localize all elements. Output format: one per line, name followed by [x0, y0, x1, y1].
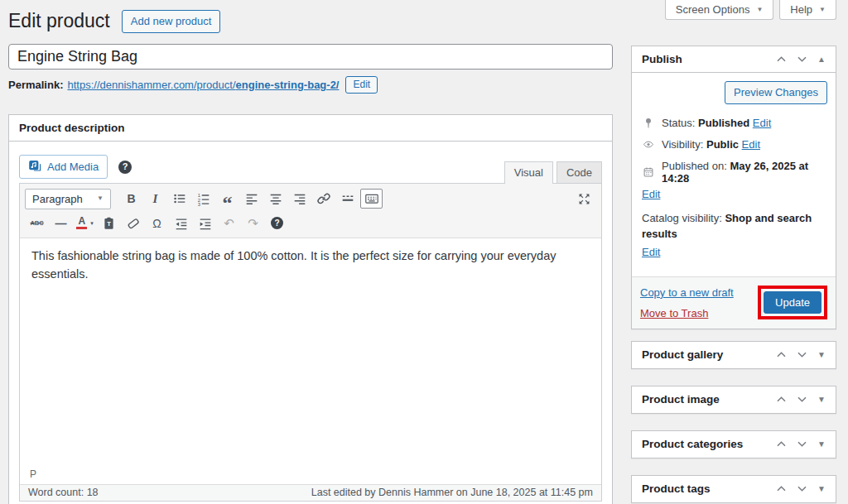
help-label: Help	[790, 3, 812, 16]
expand-toggle-icon[interactable]: ▼	[817, 351, 826, 359]
move-down-icon[interactable]	[797, 482, 807, 495]
special-character-button[interactable]: Ω	[146, 214, 168, 233]
move-down-icon[interactable]	[797, 53, 807, 65]
svg-text:T: T	[107, 221, 111, 228]
page-title: Edit product	[8, 10, 110, 33]
product-tags-panel: Product tags ▼	[631, 475, 836, 503]
expand-toggle-icon[interactable]: ▼	[817, 485, 826, 493]
outdent-button[interactable]	[170, 214, 192, 233]
preview-changes-button[interactable]: Preview Changes	[725, 81, 827, 104]
chevron-down-icon: ▼	[97, 195, 104, 202]
add-media-label: Add Media	[47, 161, 99, 173]
visibility-row: Visibility: Public Edit	[642, 138, 826, 151]
expand-toggle-icon[interactable]: ▼	[817, 440, 826, 449]
visibility-value: Public	[706, 138, 739, 151]
product-categories-title: Product categories	[642, 438, 743, 450]
editor-statusbar: Word count: 18 Last edited by Dennis Ham…	[20, 484, 601, 501]
align-center-button[interactable]	[264, 189, 287, 209]
publish-header[interactable]: Publish ▲	[632, 46, 836, 73]
visibility-edit-link[interactable]: Edit	[742, 138, 760, 151]
product-gallery-header[interactable]: Product gallery ▼	[632, 342, 836, 368]
undo-button[interactable]: ↶	[218, 214, 240, 233]
permalink-link[interactable]: https://dennishammer.com/product/engine-…	[67, 79, 339, 91]
update-button[interactable]: Update	[764, 291, 822, 314]
horizontal-rule-button[interactable]: —	[50, 214, 72, 233]
product-tags-header[interactable]: Product tags ▼	[632, 476, 836, 502]
publishing-actions: Copy to a new draft Move to Trash Update	[632, 276, 836, 329]
sidebar: Publish ▲ Preview Changes Status: Publis…	[631, 46, 836, 504]
move-up-icon[interactable]	[776, 53, 787, 65]
move-up-icon[interactable]	[776, 482, 787, 495]
product-image-panel: Product image ▼	[631, 386, 836, 414]
collapse-toggle-icon[interactable]: ▲	[817, 55, 826, 64]
product-gallery-panel: Product gallery ▼	[631, 341, 836, 369]
chevron-down-icon: ▼	[756, 7, 763, 13]
published-on-edit-link[interactable]: Edit	[642, 188, 660, 200]
word-count: Word count: 18	[28, 487, 99, 498]
paste-as-text-button[interactable]: T	[98, 214, 120, 233]
text-color-button[interactable]: A▾	[74, 214, 96, 233]
product-description-title: Product description	[19, 122, 125, 134]
move-up-icon[interactable]	[776, 348, 787, 361]
read-more-button[interactable]	[336, 189, 359, 209]
product-image-header[interactable]: Product image ▼	[632, 386, 836, 413]
permalink-row: Permalink: https://dennishammer.com/prod…	[8, 76, 613, 94]
add-new-product-button[interactable]: Add new product	[122, 10, 221, 33]
help-button[interactable]: ?	[266, 214, 288, 233]
product-image-title: Product image	[642, 393, 720, 406]
redo-button[interactable]: ↷	[242, 214, 264, 233]
chevron-down-icon: ▼	[819, 7, 826, 13]
align-right-button[interactable]	[288, 189, 311, 209]
add-media-button[interactable]: Add Media	[19, 155, 108, 179]
move-to-trash-link[interactable]: Move to Trash	[640, 307, 734, 319]
help-button[interactable]: Help ▼	[779, 0, 836, 20]
editor-content-area[interactable]: This fashionable string bag is made of 1…	[20, 238, 601, 468]
editor-toolbar: Paragraph ▼ BI123“ ABC—A▾TΩ↶↷?	[20, 184, 601, 238]
blockquote-button[interactable]: “	[216, 189, 238, 209]
copy-to-draft-link[interactable]: Copy to a new draft	[640, 286, 734, 299]
expand-toggle-icon[interactable]: ▼	[817, 396, 826, 404]
distraction-free-button[interactable]	[573, 189, 595, 209]
numbered-list-button[interactable]: 123	[192, 189, 214, 209]
permalink-slug: engine-string-bag-2/	[236, 79, 340, 91]
product-description-text: This fashionable string bag is made of 1…	[31, 249, 556, 281]
annotation-highlight-box: Update	[758, 286, 827, 319]
last-edited-note: Last edited by Dennis Hammer on June 18,…	[311, 487, 593, 498]
indent-button[interactable]	[194, 214, 216, 233]
align-left-button[interactable]	[240, 189, 263, 209]
status-edit-link[interactable]: Edit	[753, 117, 771, 129]
eye-icon	[642, 139, 655, 150]
clear-formatting-button[interactable]	[122, 214, 144, 233]
editor-element-path[interactable]: P	[20, 468, 601, 484]
product-gallery-title: Product gallery	[642, 348, 723, 361]
status-value: Published	[698, 117, 749, 129]
catalog-visibility-row: Catalog visibility: Shop and search resu…	[642, 211, 826, 242]
link-button[interactable]	[312, 189, 335, 209]
media-icon	[28, 159, 41, 175]
permalink-edit-button[interactable]: Edit	[345, 76, 378, 94]
paragraph-format-select[interactable]: Paragraph ▼	[25, 189, 111, 209]
strikethrough-button[interactable]: ABC	[26, 214, 48, 233]
product-categories-header[interactable]: Product categories ▼	[632, 431, 836, 458]
move-down-icon[interactable]	[797, 348, 807, 361]
main-column: Edit product Add new product Permalink: …	[8, 10, 613, 504]
move-down-icon[interactable]	[797, 438, 807, 450]
bold-button[interactable]: B	[120, 189, 142, 209]
toolbar-toggle-button[interactable]	[360, 189, 383, 209]
bulleted-list-button[interactable]	[168, 189, 190, 209]
move-up-icon[interactable]	[776, 438, 787, 450]
move-up-icon[interactable]	[776, 393, 787, 406]
screen-options-button[interactable]: Screen Options ▼	[665, 0, 774, 20]
product-tags-title: Product tags	[642, 482, 711, 495]
editor-help-icon[interactable]: ?	[118, 161, 132, 174]
product-description-panel: Product description Add Media ? Visual C…	[8, 114, 613, 504]
publish-title: Publish	[642, 53, 682, 65]
italic-button[interactable]: I	[144, 189, 166, 209]
tab-visual[interactable]: Visual	[504, 161, 553, 184]
editor-mode-tabs: Visual Code	[501, 161, 602, 183]
tab-code[interactable]: Code	[556, 161, 602, 184]
catalog-visibility-edit-link[interactable]: Edit	[642, 246, 660, 258]
screen-options-label: Screen Options	[676, 3, 750, 16]
product-title-input[interactable]	[8, 44, 613, 70]
move-down-icon[interactable]	[797, 393, 807, 406]
